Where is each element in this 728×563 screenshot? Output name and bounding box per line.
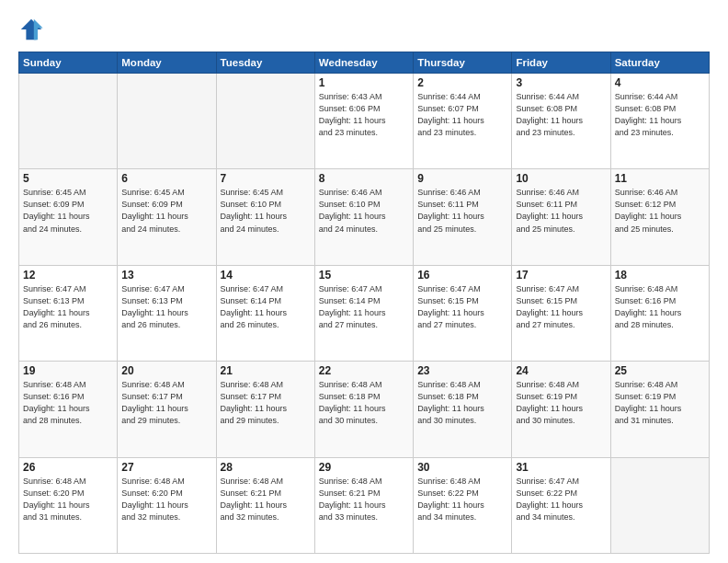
day-info: Sunrise: 6:48 AM Sunset: 6:17 PM Dayligh… bbox=[221, 379, 311, 427]
calendar-cell-4-3: 21Sunrise: 6:48 AM Sunset: 6:17 PM Dayli… bbox=[216, 362, 314, 457]
calendar-cell-5-7 bbox=[610, 457, 709, 553]
day-number: 12 bbox=[23, 269, 113, 282]
calendar-cell-2-6: 10Sunrise: 6:46 AM Sunset: 6:11 PM Dayli… bbox=[512, 169, 610, 265]
calendar-cell-3-5: 16Sunrise: 6:47 AM Sunset: 6:15 PM Dayli… bbox=[414, 265, 512, 361]
day-number: 13 bbox=[121, 269, 211, 282]
calendar-cell-1-7: 4Sunrise: 6:44 AM Sunset: 6:08 PM Daylig… bbox=[610, 74, 709, 169]
day-number: 28 bbox=[221, 461, 311, 474]
calendar-cell-3-2: 13Sunrise: 6:47 AM Sunset: 6:13 PM Dayli… bbox=[118, 265, 216, 361]
calendar-cell-1-5: 2Sunrise: 6:44 AM Sunset: 6:07 PM Daylig… bbox=[414, 74, 512, 169]
day-info: Sunrise: 6:46 AM Sunset: 6:12 PM Dayligh… bbox=[615, 187, 705, 235]
day-info: Sunrise: 6:47 AM Sunset: 6:13 PM Dayligh… bbox=[23, 283, 113, 331]
day-info: Sunrise: 6:48 AM Sunset: 6:19 PM Dayligh… bbox=[516, 379, 606, 427]
day-number: 11 bbox=[615, 172, 705, 185]
calendar-header-saturday: Saturday bbox=[610, 52, 709, 74]
day-info: Sunrise: 6:46 AM Sunset: 6:11 PM Dayligh… bbox=[417, 187, 507, 235]
calendar-header-thursday: Thursday bbox=[414, 52, 512, 74]
day-number: 5 bbox=[23, 172, 113, 185]
calendar-header-sunday: Sunday bbox=[19, 52, 118, 74]
calendar-week-1: 1Sunrise: 6:43 AM Sunset: 6:06 PM Daylig… bbox=[19, 74, 710, 169]
calendar-cell-1-2 bbox=[118, 74, 216, 169]
calendar-cell-1-6: 3Sunrise: 6:44 AM Sunset: 6:08 PM Daylig… bbox=[512, 74, 610, 169]
day-number: 25 bbox=[615, 364, 705, 377]
day-number: 22 bbox=[319, 364, 409, 377]
day-info: Sunrise: 6:48 AM Sunset: 6:22 PM Dayligh… bbox=[417, 476, 507, 523]
day-number: 17 bbox=[516, 269, 606, 282]
calendar-cell-3-6: 17Sunrise: 6:47 AM Sunset: 6:15 PM Dayli… bbox=[512, 265, 610, 361]
day-info: Sunrise: 6:43 AM Sunset: 6:06 PM Dayligh… bbox=[319, 91, 409, 139]
day-number: 8 bbox=[319, 172, 409, 185]
day-info: Sunrise: 6:48 AM Sunset: 6:19 PM Dayligh… bbox=[615, 379, 705, 427]
day-number: 9 bbox=[417, 172, 507, 185]
calendar-header-wednesday: Wednesday bbox=[314, 52, 413, 74]
calendar-cell-2-1: 5Sunrise: 6:45 AM Sunset: 6:09 PM Daylig… bbox=[19, 169, 118, 265]
calendar-week-5: 26Sunrise: 6:48 AM Sunset: 6:20 PM Dayli… bbox=[19, 457, 710, 553]
day-info: Sunrise: 6:47 AM Sunset: 6:22 PM Dayligh… bbox=[516, 476, 606, 523]
day-info: Sunrise: 6:48 AM Sunset: 6:18 PM Dayligh… bbox=[417, 379, 507, 427]
day-info: Sunrise: 6:48 AM Sunset: 6:21 PM Dayligh… bbox=[221, 476, 311, 523]
calendar-week-4: 19Sunrise: 6:48 AM Sunset: 6:16 PM Dayli… bbox=[19, 362, 710, 457]
day-number: 16 bbox=[417, 269, 507, 282]
day-info: Sunrise: 6:44 AM Sunset: 6:08 PM Dayligh… bbox=[615, 91, 705, 139]
calendar-cell-3-7: 18Sunrise: 6:48 AM Sunset: 6:16 PM Dayli… bbox=[610, 265, 709, 361]
calendar-header-tuesday: Tuesday bbox=[216, 52, 314, 74]
day-number: 31 bbox=[516, 461, 606, 474]
header bbox=[18, 17, 710, 42]
day-info: Sunrise: 6:45 AM Sunset: 6:09 PM Dayligh… bbox=[23, 187, 113, 235]
calendar-cell-2-5: 9Sunrise: 6:46 AM Sunset: 6:11 PM Daylig… bbox=[414, 169, 512, 265]
calendar-cell-4-1: 19Sunrise: 6:48 AM Sunset: 6:16 PM Dayli… bbox=[19, 362, 118, 457]
day-info: Sunrise: 6:48 AM Sunset: 6:21 PM Dayligh… bbox=[319, 476, 409, 523]
day-info: Sunrise: 6:48 AM Sunset: 6:16 PM Dayligh… bbox=[23, 379, 113, 427]
day-number: 18 bbox=[615, 269, 705, 282]
day-number: 27 bbox=[121, 461, 211, 474]
calendar-header-monday: Monday bbox=[118, 52, 216, 74]
day-info: Sunrise: 6:48 AM Sunset: 6:18 PM Dayligh… bbox=[319, 379, 409, 427]
calendar-cell-1-3 bbox=[216, 74, 314, 169]
calendar-cell-1-1 bbox=[19, 74, 118, 169]
day-info: Sunrise: 6:48 AM Sunset: 6:16 PM Dayligh… bbox=[615, 283, 705, 331]
calendar-cell-5-4: 29Sunrise: 6:48 AM Sunset: 6:21 PM Dayli… bbox=[314, 457, 413, 553]
day-info: Sunrise: 6:48 AM Sunset: 6:20 PM Dayligh… bbox=[121, 476, 211, 523]
day-info: Sunrise: 6:48 AM Sunset: 6:17 PM Dayligh… bbox=[121, 379, 211, 427]
calendar-cell-4-2: 20Sunrise: 6:48 AM Sunset: 6:17 PM Dayli… bbox=[118, 362, 216, 457]
calendar-cell-5-5: 30Sunrise: 6:48 AM Sunset: 6:22 PM Dayli… bbox=[414, 457, 512, 553]
calendar-header-friday: Friday bbox=[512, 52, 610, 74]
day-number: 29 bbox=[319, 461, 409, 474]
day-number: 30 bbox=[417, 461, 507, 474]
day-number: 1 bbox=[319, 76, 409, 89]
day-number: 7 bbox=[221, 172, 311, 185]
day-info: Sunrise: 6:46 AM Sunset: 6:11 PM Dayligh… bbox=[516, 187, 606, 235]
day-number: 10 bbox=[516, 172, 606, 185]
day-number: 3 bbox=[516, 76, 606, 89]
day-number: 6 bbox=[121, 172, 211, 185]
day-number: 2 bbox=[417, 76, 507, 89]
calendar-cell-2-4: 8Sunrise: 6:46 AM Sunset: 6:10 PM Daylig… bbox=[314, 169, 413, 265]
day-info: Sunrise: 6:48 AM Sunset: 6:20 PM Dayligh… bbox=[23, 476, 113, 523]
logo-icon bbox=[18, 17, 44, 42]
calendar-cell-3-1: 12Sunrise: 6:47 AM Sunset: 6:13 PM Dayli… bbox=[19, 265, 118, 361]
calendar-cell-2-3: 7Sunrise: 6:45 AM Sunset: 6:10 PM Daylig… bbox=[216, 169, 314, 265]
day-info: Sunrise: 6:44 AM Sunset: 6:07 PM Dayligh… bbox=[417, 91, 507, 139]
day-number: 4 bbox=[615, 76, 705, 89]
calendar-cell-3-3: 14Sunrise: 6:47 AM Sunset: 6:14 PM Dayli… bbox=[216, 265, 314, 361]
calendar-cell-1-4: 1Sunrise: 6:43 AM Sunset: 6:06 PM Daylig… bbox=[314, 74, 413, 169]
day-info: Sunrise: 6:47 AM Sunset: 6:13 PM Dayligh… bbox=[121, 283, 211, 331]
calendar-cell-4-5: 23Sunrise: 6:48 AM Sunset: 6:18 PM Dayli… bbox=[414, 362, 512, 457]
calendar-cell-3-4: 15Sunrise: 6:47 AM Sunset: 6:14 PM Dayli… bbox=[314, 265, 413, 361]
day-info: Sunrise: 6:47 AM Sunset: 6:14 PM Dayligh… bbox=[221, 283, 311, 331]
calendar-table: SundayMondayTuesdayWednesdayThursdayFrid… bbox=[18, 52, 710, 554]
logo bbox=[18, 17, 48, 42]
svg-marker-0 bbox=[21, 19, 41, 40]
calendar-cell-5-6: 31Sunrise: 6:47 AM Sunset: 6:22 PM Dayli… bbox=[512, 457, 610, 553]
day-number: 26 bbox=[23, 461, 113, 474]
calendar-week-3: 12Sunrise: 6:47 AM Sunset: 6:13 PM Dayli… bbox=[19, 265, 710, 361]
calendar-cell-5-2: 27Sunrise: 6:48 AM Sunset: 6:20 PM Dayli… bbox=[118, 457, 216, 553]
calendar-header-row: SundayMondayTuesdayWednesdayThursdayFrid… bbox=[19, 52, 710, 74]
calendar-cell-5-3: 28Sunrise: 6:48 AM Sunset: 6:21 PM Dayli… bbox=[216, 457, 314, 553]
day-info: Sunrise: 6:47 AM Sunset: 6:15 PM Dayligh… bbox=[516, 283, 606, 331]
day-info: Sunrise: 6:47 AM Sunset: 6:15 PM Dayligh… bbox=[417, 283, 507, 331]
calendar-cell-2-7: 11Sunrise: 6:46 AM Sunset: 6:12 PM Dayli… bbox=[610, 169, 709, 265]
day-number: 24 bbox=[516, 364, 606, 377]
calendar-cell-4-4: 22Sunrise: 6:48 AM Sunset: 6:18 PM Dayli… bbox=[314, 362, 413, 457]
calendar-cell-5-1: 26Sunrise: 6:48 AM Sunset: 6:20 PM Dayli… bbox=[19, 457, 118, 553]
